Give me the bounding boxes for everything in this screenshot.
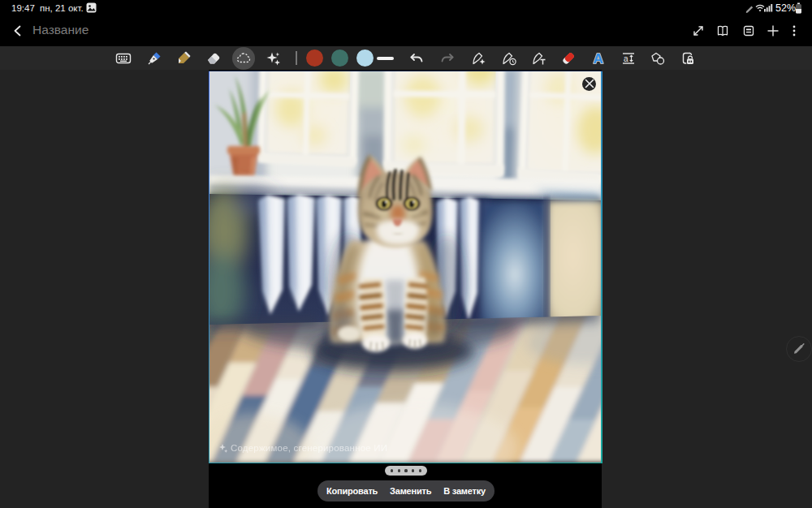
svg-text:a: a [624,54,628,63]
svg-text:A: A [594,51,603,67]
